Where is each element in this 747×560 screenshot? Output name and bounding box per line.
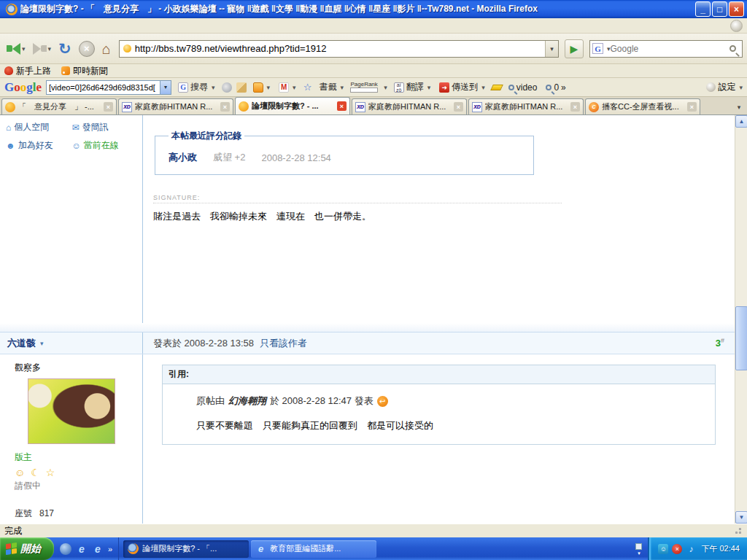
compass-icon[interactable] [222, 82, 232, 93]
scrollbar-thumb[interactable] [735, 306, 747, 370]
google-bookmarks-button[interactable]: 書籤 ▾ [317, 80, 347, 94]
quick-launch: e e » [54, 537, 119, 560]
network-error-tray-icon[interactable]: × [672, 544, 682, 554]
task-button[interactable]: 論壇限制字數? - 「... [123, 540, 249, 558]
tab-close-icon[interactable]: × [220, 102, 230, 112]
highlighter-icon[interactable] [490, 85, 503, 90]
browser-tab[interactable]: XD 家庭教師HITMAN R... × [468, 98, 584, 114]
star-icon[interactable]: ☆ [303, 82, 313, 93]
online-status: ☺ 當前在線 [72, 139, 137, 152]
post-separator [0, 323, 735, 332]
google-search-button[interactable]: G 搜尋 ▾ [176, 80, 217, 94]
close-button[interactable]: × [729, 1, 744, 17]
url-input[interactable] [135, 43, 545, 54]
folder-icon [253, 82, 263, 93]
tab-label: 家庭教師HITMAN R... [135, 101, 217, 112]
tab-close-icon[interactable]: × [454, 102, 463, 112]
menu-item[interactable] [44, 24, 57, 27]
go-button[interactable]: ▶ [565, 39, 584, 58]
rating-user-link[interactable]: 高小政 [169, 151, 197, 164]
photos-icon[interactable] [236, 82, 247, 93]
pagerank-widget[interactable]: PageRank [350, 82, 378, 93]
send-message-link[interactable]: ✉ 發簡訊 [72, 121, 137, 133]
scroll-down-icon[interactable]: ▼ [735, 511, 747, 524]
back-dropdown-icon[interactable]: ▾ [22, 45, 26, 52]
post1-actions [153, 238, 721, 249]
word-find-video-button[interactable]: video [506, 82, 540, 93]
search-icon[interactable] [729, 45, 736, 52]
avatar [28, 378, 115, 444]
home-button[interactable]: ⌂ [100, 37, 113, 61]
translate-label: 翻譯 [406, 81, 424, 93]
tab-label: 播客CC-全屏查看视... [602, 101, 684, 112]
browser-tab[interactable]: XD 家庭教師HITMAN R... × [352, 98, 467, 114]
quick-launch-ie2-icon[interactable]: e [92, 543, 104, 555]
tab-close-icon[interactable]: × [104, 102, 113, 112]
tab-close-icon[interactable]: × [570, 102, 580, 112]
translate-button[interactable]: aízö 翻譯 ▾ [392, 80, 433, 94]
task-button[interactable]: e 教育部重編國語辭... [251, 540, 376, 558]
personal-space-link[interactable]: ⌂ 個人空間 [6, 121, 71, 133]
folder-button[interactable]: ▾ [251, 82, 273, 93]
volume-tray-icon[interactable]: ♪ [686, 544, 696, 554]
post-1: ⌂ 個人空間 ✉ 發簡訊 ☻ 加為好友 ☺ 當前在線 [0, 115, 735, 323]
chevron-down-icon: ▾ [267, 84, 271, 91]
messenger-tray-icon[interactable]: ☺ [658, 544, 668, 554]
back-icon [7, 43, 20, 55]
stat-label: 座號 [15, 505, 32, 521]
gmail-button[interactable]: M ▾ [276, 82, 298, 93]
back-button[interactable]: ▾ [4, 37, 28, 61]
minimize-button[interactable]: _ [695, 1, 711, 17]
url-dropdown-button[interactable]: ▾ [545, 41, 558, 57]
word-find-count-button[interactable]: 0 » [543, 82, 568, 93]
bookmarks-toolbar: 新手上路 即時新聞 [0, 64, 747, 78]
menu-item[interactable] [83, 24, 96, 27]
quick-launch-more-icon[interactable]: » [108, 545, 112, 553]
browser-tab[interactable]: C 播客CC-全屏查看视... × [585, 98, 700, 114]
stop-button[interactable]: × [77, 37, 97, 61]
quoted-user[interactable]: 幻海翱翔 [228, 394, 266, 408]
restore-button[interactable]: □ [712, 1, 727, 17]
query-dropdown-icon[interactable]: ▾ [160, 81, 171, 94]
browser-tab[interactable]: 論壇限制字數? - ... × [235, 97, 350, 114]
menu-item[interactable] [70, 24, 83, 27]
status-bar: 完成 [0, 524, 747, 537]
tab-close-icon[interactable]: × [687, 102, 697, 112]
chevron-down-icon[interactable]: ▾ [384, 84, 387, 91]
browser-tab[interactable]: 「 意見分享 」 -... × [1, 98, 117, 114]
quick-launch-ie-icon[interactable]: e [76, 543, 88, 555]
pagerank-meter [350, 88, 378, 93]
count-label: 0 [554, 82, 559, 93]
google-query-input[interactable] [47, 83, 160, 92]
chevron-down-icon: ▾ [293, 84, 296, 91]
menu-item[interactable] [18, 24, 31, 27]
resize-grip[interactable] [734, 526, 743, 535]
only-author-link[interactable]: 只看該作者 [260, 337, 307, 350]
sendto-button[interactable]: ➜ 傳送到 ▾ [437, 80, 487, 94]
bookmark-news[interactable]: 即時新聞 [61, 65, 108, 77]
navigation-toolbar: ▾ ▾ ↻ × ⌂ ▾ ▶ G ▾ [0, 34, 747, 64]
menu-item[interactable] [4, 24, 18, 27]
forward-dropdown-icon[interactable]: ▾ [48, 45, 52, 52]
reload-button[interactable]: ↻ [56, 37, 74, 61]
tab-list-dropdown[interactable]: ▾ [732, 100, 746, 114]
post2-author-link[interactable]: 六道骸 ▾ [0, 332, 143, 354]
menu-bar [0, 18, 747, 34]
stat-value: 256 [39, 521, 54, 524]
start-button[interactable]: 開始 [0, 537, 54, 560]
search-input[interactable] [611, 44, 727, 54]
browser-tab[interactable]: XD 家庭教師HITMAN R... × [118, 98, 233, 114]
bookmark-newbie[interactable]: 新手上路 [4, 65, 51, 77]
settings-button[interactable]: 設定 ▾ [706, 81, 743, 93]
forward-button[interactable]: ▾ [31, 37, 54, 61]
add-friend-link[interactable]: ☻ 加為好友 [6, 139, 71, 152]
stat-label: 文章 [15, 521, 32, 524]
menu-item[interactable] [57, 24, 70, 27]
quick-launch-sphere-icon[interactable] [60, 543, 71, 555]
tab-close-icon[interactable]: × [337, 101, 347, 111]
menu-item[interactable] [31, 24, 44, 27]
scroll-up-icon[interactable]: ▲ [735, 115, 747, 128]
language-bar-indicator[interactable]: ▾ [635, 543, 648, 555]
vertical-scrollbar[interactable]: ▲ ▼ [735, 115, 747, 524]
goto-quote-icon[interactable]: ↩ [377, 396, 388, 407]
